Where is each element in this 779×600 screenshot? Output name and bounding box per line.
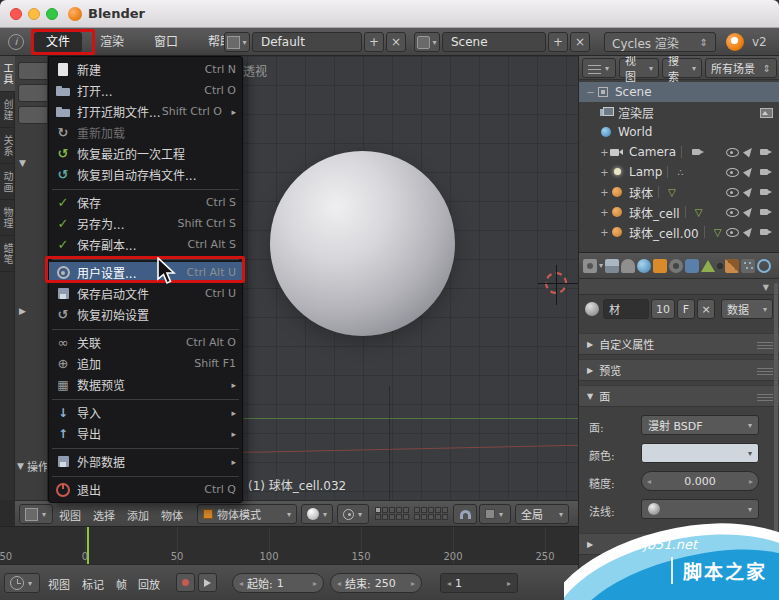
- timeline-editor-type-dropdown[interactable]: ▾: [4, 573, 40, 593]
- outliner-row-render-layers[interactable]: 渲染层: [579, 102, 779, 122]
- renderability-camera-icon[interactable]: [760, 206, 773, 218]
- tab-scene-icon[interactable]: [621, 259, 635, 273]
- surface-shader-dropdown[interactable]: 漫射 BSDF▾: [641, 415, 759, 435]
- tab-render-icon[interactable]: [583, 259, 597, 273]
- tab-modifiers-icon[interactable]: [685, 259, 699, 273]
- color-swatch[interactable]: ▾: [641, 443, 759, 463]
- snap-element-dropdown[interactable]: ▾: [479, 504, 511, 524]
- tool-button[interactable]: [18, 62, 48, 80]
- timeline-ruler[interactable]: -50 0 50 100 150 200 250: [0, 526, 578, 564]
- layers-grid-left[interactable]: [375, 507, 409, 520]
- menu-item-save-copy[interactable]: 保存副本...Ctrl Alt S: [49, 234, 242, 255]
- play-button[interactable]: [198, 573, 217, 592]
- transform-orientation-dropdown[interactable]: 全局▾: [515, 504, 569, 524]
- tab-world-icon[interactable]: [637, 259, 651, 273]
- tool-button[interactable]: [18, 106, 48, 124]
- visibility-eye-icon[interactable]: [726, 206, 739, 218]
- menu-item-new[interactable]: 新建Ctrl N: [49, 59, 242, 80]
- tab-object-icon[interactable]: [653, 259, 667, 273]
- panel-closed-icon[interactable]: ▶: [19, 306, 26, 316]
- viewport-menu-view[interactable]: 视图: [59, 507, 81, 523]
- stepper-right-icon[interactable]: ▸: [507, 579, 511, 588]
- timeline-menu-view[interactable]: 视图: [48, 576, 70, 592]
- renderability-camera-icon[interactable]: [760, 186, 773, 198]
- outliner-row-sphere[interactable]: + 球体 ▽: [579, 182, 779, 202]
- minimize-window-button[interactable]: [28, 8, 40, 20]
- menu-item-append[interactable]: 追加Shift F1: [49, 353, 242, 374]
- tab-create[interactable]: 创建: [0, 92, 15, 128]
- expand-icon[interactable]: +: [599, 167, 610, 178]
- material-users-button[interactable]: 10: [651, 299, 675, 319]
- remove-layout-button[interactable]: ×: [386, 32, 406, 52]
- panel-preview[interactable]: ▶ 预览: [579, 359, 779, 381]
- panel-grip-icon[interactable]: [757, 341, 773, 349]
- menu-item-open[interactable]: 打开...Ctrl O: [49, 80, 242, 101]
- stepper-right-icon[interactable]: ▸: [313, 579, 317, 588]
- menu-item-quit[interactable]: 退出Ctrl Q: [49, 479, 242, 500]
- tab-object-data-icon[interactable]: [701, 259, 715, 273]
- editor-type-dropdown[interactable]: ▾: [19, 504, 53, 524]
- selectability-cursor-icon[interactable]: [742, 146, 755, 158]
- roughness-slider[interactable]: ◂0.000▸: [641, 471, 759, 491]
- tab-texture-icon[interactable]: [725, 259, 739, 273]
- properties-collapse-bar[interactable]: ▼: [579, 279, 779, 295]
- outliner-row-sphere-cell[interactable]: + 球体_cell ▽: [579, 202, 779, 222]
- tab-grease-pencil[interactable]: 蜡笔: [0, 236, 15, 272]
- menu-item-external-data[interactable]: 外部数据▸: [49, 451, 242, 472]
- menu-render[interactable]: 渲染: [88, 32, 136, 52]
- fake-user-button[interactable]: F: [677, 299, 695, 319]
- render-engine-dropdown[interactable]: Cycles 渲染⇕: [604, 32, 716, 52]
- outliner-view-menu[interactable]: 视图▾: [619, 58, 659, 78]
- layers-grid-right[interactable]: [414, 507, 448, 520]
- timeline-menu-playback[interactable]: 回放: [138, 576, 160, 592]
- menu-item-open-recent[interactable]: 打开近期文件...Shift Ctrl O▸: [49, 101, 242, 122]
- panel-surface[interactable]: ▼ 面: [579, 385, 779, 407]
- tab-physics[interactable]: 物理: [0, 200, 15, 236]
- visibility-eye-icon[interactable]: [726, 226, 739, 238]
- info-icon[interactable]: i: [8, 34, 24, 50]
- snap-toggle-button[interactable]: [453, 504, 477, 524]
- outliner-row-camera[interactable]: + Camera: [579, 142, 779, 162]
- menu-item-save-as[interactable]: 另存为...Shift Ctrl S: [49, 213, 242, 234]
- tab-physics-icon[interactable]: [757, 259, 771, 273]
- menu-item-load-factory-settings[interactable]: 恢复初始设置: [49, 304, 242, 325]
- stepper-left-icon[interactable]: ◂: [647, 477, 651, 486]
- operator-panel-header[interactable]: ▼ 操作: [17, 458, 48, 474]
- current-frame-field[interactable]: ◂1▸: [440, 573, 518, 593]
- stepper-right-icon[interactable]: ▸: [749, 477, 753, 486]
- menu-window[interactable]: 窗口: [142, 32, 190, 52]
- tab-tools[interactable]: 工具: [0, 56, 15, 92]
- zoom-window-button[interactable]: [46, 8, 58, 20]
- menu-item-data-previews[interactable]: 数据预览▸: [49, 374, 242, 395]
- renderability-camera-icon[interactable]: [760, 146, 773, 158]
- menu-item-recover-last-session[interactable]: 恢复最近的一次工程: [49, 143, 242, 164]
- viewport-menu-select[interactable]: 选择: [93, 507, 115, 523]
- scene-name-field[interactable]: Scene: [442, 32, 546, 52]
- frame-start-field[interactable]: ◂起始:1▸: [232, 573, 324, 593]
- auto-keyframe-record-button[interactable]: [176, 573, 195, 592]
- stepper-left-icon[interactable]: ◂: [337, 579, 341, 588]
- menu-item-link[interactable]: 关联Ctrl Alt O: [49, 332, 242, 353]
- menu-item-recover-autosave[interactable]: 恢复到自动存档文件...: [49, 164, 242, 185]
- panel-grip-icon[interactable]: [757, 393, 773, 401]
- menu-item-import[interactable]: 导入▸: [49, 402, 242, 423]
- unlink-button[interactable]: ×: [697, 299, 715, 319]
- outliner-editor-type-dropdown[interactable]: ▾: [582, 58, 616, 78]
- tab-constraints-icon[interactable]: [669, 259, 683, 273]
- material-name-field[interactable]: 材: [603, 299, 649, 319]
- expand-icon[interactable]: +: [599, 207, 610, 218]
- stepper-left-icon[interactable]: ◂: [239, 579, 243, 588]
- timeline-menu-marker[interactable]: 标记: [82, 576, 104, 592]
- menu-item-export[interactable]: 导出▸: [49, 423, 242, 444]
- visibility-eye-icon[interactable]: [726, 166, 739, 178]
- selectability-cursor-icon[interactable]: [742, 186, 755, 198]
- outliner-search-menu[interactable]: 搜索▾: [662, 58, 702, 78]
- tab-animation[interactable]: 动画: [0, 164, 15, 200]
- tab-render-layers-icon[interactable]: [605, 259, 619, 273]
- data-dropdown[interactable]: 数据▾: [721, 299, 773, 319]
- outliner-row-sphere-cell-00[interactable]: + 球体_cell.00 ▽: [579, 222, 779, 242]
- panel-custom-properties[interactable]: ▶ 自定义属性: [579, 333, 779, 355]
- stepper-right-icon[interactable]: ▸: [411, 579, 415, 588]
- add-scene-button[interactable]: +: [548, 32, 568, 52]
- selectability-cursor-icon[interactable]: [742, 206, 755, 218]
